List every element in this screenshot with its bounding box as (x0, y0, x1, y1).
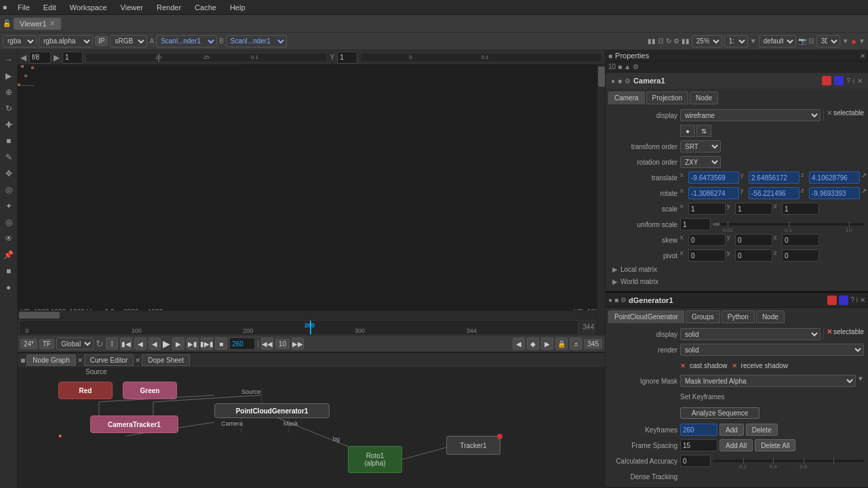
expand-icon[interactable]: ▼ (750, 37, 757, 45)
color-mode-select[interactable]: rgba (3, 35, 37, 47)
panel-icon4[interactable]: ⚙ (633, 63, 639, 70)
dgen-display-select[interactable]: solid (680, 328, 821, 340)
display-icon-btn2[interactable]: ⇅ (696, 125, 711, 137)
rotate-z-input[interactable] (809, 187, 860, 199)
sidebar-rotate-icon[interactable]: ↻ (2, 102, 16, 115)
playback-mode-select[interactable]: Global (56, 338, 94, 350)
sidebar-node-icon[interactable]: ● (2, 281, 16, 294)
node-roto1[interactable]: Roto1(alpha) (348, 446, 402, 473)
panel-icon2[interactable]: ■ (618, 63, 622, 70)
node-cameratracker[interactable]: CameraTracker1 (90, 415, 178, 433)
sidebar-roto-icon[interactable]: ■ (2, 134, 16, 148)
rotate-anim-icon[interactable]: ↗ (861, 187, 867, 199)
cam-sec-icon2[interactable]: ■ (618, 77, 622, 85)
tab-dope-sheet[interactable]: Dope Sheet (142, 354, 190, 366)
menu-render[interactable]: Render (154, 3, 184, 12)
pivot-z-input[interactable] (782, 249, 819, 262)
ignore-mask-expand[interactable]: ▼ (857, 375, 864, 387)
sidebar-paint-icon[interactable]: ✎ (2, 150, 16, 164)
view-preset-select[interactable]: default (759, 35, 796, 47)
properties-close[interactable]: ✕ (860, 52, 865, 60)
skip-start-btn[interactable]: ▮◀ (120, 338, 132, 350)
dgen-tab-groups[interactable]: Groups (686, 310, 720, 323)
skew-y-input[interactable] (735, 234, 772, 246)
menu-viewer[interactable]: Viewer (118, 3, 146, 12)
camera-question[interactable]: ? (846, 77, 850, 85)
record-icon[interactable]: ● (851, 36, 856, 47)
menu-edit[interactable]: Edit (41, 3, 59, 12)
node-pointcloudgenerator[interactable]: PointCloudGenerator1 (214, 403, 330, 418)
inc-display[interactable]: 10 (275, 339, 290, 349)
world-matrix-toggle[interactable]: ▶ World matrix (610, 277, 864, 287)
translate-x-input[interactable] (688, 171, 739, 184)
skip-end-btn[interactable]: ▮▶▮ (201, 338, 213, 350)
viewer-hscroll[interactable] (18, 310, 597, 319)
camera-tab-projection[interactable]: Projection (646, 92, 688, 104)
more-icon[interactable]: ▼ (859, 37, 865, 45)
add-kf-btn[interactable]: ◆ (527, 338, 539, 350)
src-a-select[interactable]: Scanl...nder1 (156, 35, 217, 47)
view-mode-select[interactable]: 3D (816, 35, 840, 47)
node-tracker1[interactable]: Tracker1 (446, 436, 500, 455)
tab-curve-editor[interactable]: Curve Editor (84, 354, 134, 366)
audio-btn[interactable]: ♬ (570, 338, 582, 350)
frame-spacing-input[interactable] (680, 439, 717, 451)
menu-workspace[interactable]: Workspace (67, 3, 110, 12)
ip-toggle[interactable]: IP (95, 36, 108, 46)
sidebar-scale-icon[interactable]: ✚ (2, 118, 16, 131)
cam-sec-icon3[interactable]: ⚙ (625, 77, 631, 85)
node-red[interactable]: Red (58, 382, 113, 399)
view-expand-icon[interactable]: ▼ (842, 37, 849, 45)
display-select[interactable]: wireframe (680, 109, 821, 121)
compare-icon[interactable]: ▮▮ (648, 37, 656, 45)
translate-anim-icon[interactable]: ↗ (861, 171, 867, 184)
pivot-x-input[interactable] (688, 249, 726, 262)
panel-icon[interactable]: ■ (20, 356, 25, 365)
sidebar-transform-icon[interactable]: ⊕ (2, 85, 16, 99)
camera-info[interactable]: i (853, 77, 854, 85)
camera-color2[interactable] (834, 76, 844, 85)
camera-tab-node[interactable]: Node (690, 92, 718, 104)
prev-btn[interactable]: ◀ (149, 338, 161, 350)
translate-z-input[interactable] (809, 171, 860, 184)
zoom-select[interactable]: 25% (692, 35, 722, 47)
transform-order-select[interactable]: SRT (680, 140, 721, 152)
dgen-sec-icon3[interactable]: ⚙ (620, 296, 627, 304)
camera-tab-camera[interactable]: Camera (608, 92, 645, 104)
nav-right-icon[interactable]: ▶ (54, 53, 60, 62)
frame-x-input[interactable] (62, 52, 83, 64)
keyframes-input[interactable] (680, 424, 717, 436)
rotate-y-input[interactable] (749, 187, 800, 199)
viewer-vscroll[interactable] (597, 65, 605, 319)
node-graph-close[interactable]: ✕ (77, 357, 83, 364)
scale-y-input[interactable] (735, 203, 772, 215)
dgen-sec-icon1[interactable]: ● (608, 296, 612, 304)
loop-icon[interactable]: ↻ (96, 338, 104, 349)
ratio-select[interactable]: 1:1 (724, 35, 748, 47)
menu-file[interactable]: File (15, 3, 33, 12)
viewer-tab[interactable]: Viewer1 ✕ (14, 18, 61, 30)
skew-z-input[interactable] (782, 234, 819, 246)
dgen-render-select[interactable]: solid (680, 344, 864, 356)
scale-z-input[interactable] (782, 203, 819, 215)
camera-icon[interactable]: 📷 (798, 37, 806, 45)
dgen-close[interactable]: ✕ (860, 296, 865, 304)
dgen-tab-pointcloud[interactable]: PointCloudGenerator (608, 310, 684, 323)
add-all-btn[interactable]: Add All (719, 439, 753, 451)
sidebar-select-icon[interactable]: ▶ (2, 69, 16, 83)
uniform-scale-input[interactable] (680, 218, 711, 230)
tab-node-graph[interactable]: Node Graph (26, 354, 75, 366)
frame-y-input[interactable] (337, 52, 357, 64)
settings-icon[interactable]: ⚙ (673, 37, 679, 45)
sidebar-clone-icon[interactable]: ✥ (2, 167, 16, 180)
sidebar-track-icon[interactable]: ◎ (2, 216, 16, 229)
nav-left-icon[interactable]: ◀ (20, 53, 26, 62)
fps-display[interactable]: 24* (20, 339, 37, 349)
pivot-y-input[interactable] (735, 249, 772, 262)
keyframes-delete-btn[interactable]: Delete (746, 424, 778, 436)
end-frame-input[interactable]: 345 (584, 339, 602, 349)
scale-x-input[interactable] (688, 203, 726, 215)
props-icon[interactable]: ■ (608, 52, 612, 60)
prev-kf-btn[interactable]: ◀ (513, 338, 525, 350)
sidebar-warp-icon[interactable]: ◎ (2, 183, 16, 197)
